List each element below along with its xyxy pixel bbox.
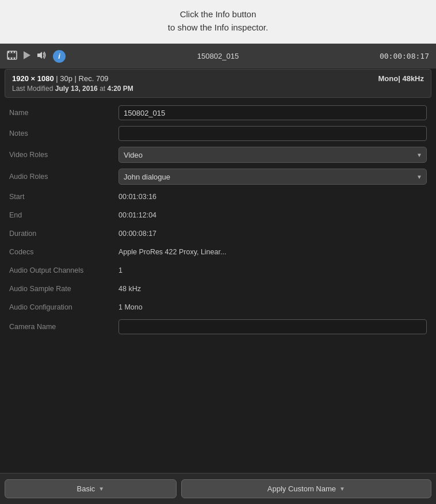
svg-rect-6 [11,58,12,59]
toolbar: i 150802_015 00:00:08:17 [0,44,436,69]
value-codecs: Apple ProRes 422 Proxy, Linear... [118,248,427,256]
toolbar-time: 00:00:08:17 [380,52,429,60]
label-start: Start [9,193,118,201]
audio-specs: Mono| 48kHz [378,74,424,83]
value-audio-config: 1 Mono [118,303,427,311]
label-duration: Duration [9,230,118,238]
svg-rect-3 [11,51,12,53]
label-audio-config: Audio Configuration [9,303,118,311]
svg-rect-4 [14,51,15,53]
toolbar-title: 150802_015 [197,52,239,60]
value-sample-rate: 48 kHz [118,285,427,293]
chevron-basic-icon: ▼ [98,486,104,492]
label-camera-name: Camera Name [9,323,118,331]
select-audio-roles[interactable]: John dialogue Dialogue Music Effects [118,169,427,185]
field-row-name: Name [0,102,436,123]
apply-custom-name-button[interactable]: Apply Custom Name ▼ [181,479,431,498]
field-row-codecs: Codecs Apple ProRes 422 Proxy, Linear... [0,243,436,261]
input-name[interactable] [118,105,427,120]
info-bar-row1: 1920 × 1080 | 30p | Rec. 709 Mono| 48kHz [12,74,424,83]
film-icon[interactable] [7,51,17,62]
field-row-end: End 00:01:12:04 [0,206,436,224]
select-video-roles[interactable]: Video Titles B-Roll [118,147,427,163]
label-video-roles: Video Roles [9,151,118,159]
select-wrapper-video: Video Titles B-Roll ▼ [118,147,427,163]
tooltip-line2: to show the Info inspector. [168,22,268,32]
value-audio-output: 1 [118,266,427,274]
field-row-start: Start 00:01:03:16 [0,188,436,206]
value-end: 00:01:12:04 [118,211,427,219]
speaker-icon[interactable] [37,51,47,62]
apply-custom-name-label: Apply Custom Name [267,484,336,493]
label-end: End [9,211,118,219]
main-content: Name Notes Video Roles Video Titles B-Ro… [0,98,436,504]
input-camera-name[interactable] [118,319,427,334]
input-notes[interactable] [118,126,427,141]
tooltip-area: Click the Info button to show the Info i… [0,0,436,44]
svg-rect-7 [14,58,15,59]
value-start: 00:01:03:16 [118,193,427,201]
field-row-audio-output: Audio Output Channels 1 [0,261,436,280]
tooltip-line1: Click the Info button [180,9,257,19]
field-row-notes: Notes [0,123,436,144]
svg-rect-1 [7,53,17,58]
info-bar: 1920 × 1080 | 30p | Rec. 709 Mono| 48kHz… [5,69,431,98]
basic-label: Basic [77,484,95,493]
label-sample-rate: Audio Sample Rate [9,285,118,293]
info-icon[interactable]: i [53,50,66,63]
label-audio-output: Audio Output Channels [9,266,118,274]
chevron-apply-icon: ▼ [339,486,345,492]
video-specs: 1920 × 1080 | 30p | Rec. 709 [12,74,109,83]
label-notes: Notes [9,129,118,138]
svg-marker-9 [37,52,42,59]
flag-icon[interactable] [23,51,31,62]
toolbar-icons: i [7,50,66,63]
value-duration: 00:00:08:17 [118,230,427,238]
bottom-buttons: Basic ▼ Apply Custom Name ▼ [0,473,436,504]
field-row-video-roles: Video Roles Video Titles B-Roll ▼ [0,144,436,166]
svg-marker-8 [24,51,30,59]
field-row-duration: Duration 00:00:08:17 [0,224,436,243]
label-codecs: Codecs [9,248,118,256]
field-row-audio-config: Audio Configuration 1 Mono [0,298,436,316]
info-bar-row2: Last Modified July 13, 2016 at 4:20 PM [12,85,424,93]
field-row-audio-roles: Audio Roles John dialogue Dialogue Music… [0,166,436,188]
inspector-panel: Click the Info button to show the Info i… [0,0,436,504]
fields-container: Name Notes Video Roles Video Titles B-Ro… [0,98,436,473]
basic-button[interactable]: Basic ▼ [5,479,177,498]
svg-rect-5 [8,58,9,59]
select-wrapper-audio: John dialogue Dialogue Music Effects ▼ [118,169,427,185]
field-row-sample-rate: Audio Sample Rate 48 kHz [0,280,436,298]
label-name: Name [9,109,118,117]
svg-rect-2 [8,51,9,53]
field-row-camera-name: Camera Name [0,316,436,337]
label-audio-roles: Audio Roles [9,173,118,181]
